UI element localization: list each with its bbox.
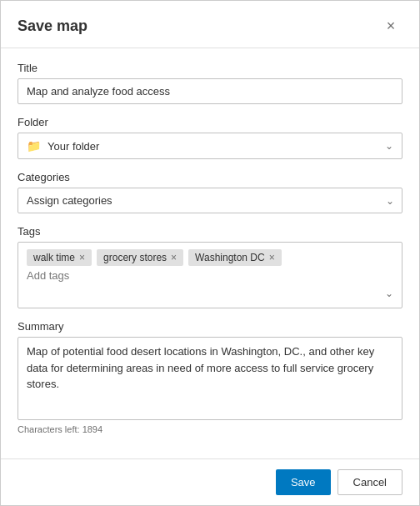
tag: Washington DC × xyxy=(188,249,282,266)
categories-field-group: Categories Assign categories ⌄ xyxy=(18,171,402,213)
cancel-button[interactable]: Cancel xyxy=(338,469,402,495)
folder-select[interactable]: 📁 Your folder ⌄ xyxy=(18,133,402,159)
tag-remove-button[interactable]: × xyxy=(171,253,177,263)
dialog-footer: Save Cancel xyxy=(1,458,419,505)
categories-label: Categories xyxy=(18,171,402,183)
close-button[interactable]: × xyxy=(379,14,402,38)
tags-label: Tags xyxy=(18,225,402,238)
chars-left-label: Characters left: 1894 xyxy=(18,424,402,434)
categories-select[interactable]: Assign categories xyxy=(18,188,402,213)
title-label: Title xyxy=(18,62,402,74)
tag-remove-button[interactable]: × xyxy=(79,253,85,263)
folder-field-group: Folder 📁 Your folder ⌄ xyxy=(18,116,402,159)
tags-row: walk time ×grocery stores ×Washington DC… xyxy=(27,249,393,266)
title-field-group: Title xyxy=(18,62,402,104)
tags-container[interactable]: walk time ×grocery stores ×Washington DC… xyxy=(18,242,402,308)
tag: walk time × xyxy=(27,249,92,266)
tags-chevron-icon: ⌄ xyxy=(385,288,393,299)
summary-label: Summary xyxy=(18,320,402,333)
folder-label: Folder xyxy=(18,116,402,128)
folder-chevron-icon: ⌄ xyxy=(385,140,393,152)
save-map-dialog: Save map × Title Folder 📁 Your folder ⌄ … xyxy=(0,0,420,506)
tag: grocery stores × xyxy=(97,249,183,266)
tag-remove-button[interactable]: × xyxy=(269,253,275,263)
add-tags-input[interactable] xyxy=(27,269,167,282)
folder-icon: 📁 xyxy=(27,139,41,153)
summary-textarea[interactable] xyxy=(18,337,402,420)
dialog-body: Title Folder 📁 Your folder ⌄ Categories … xyxy=(1,48,419,458)
categories-select-wrapper: Assign categories ⌄ xyxy=(18,188,402,213)
tags-field-group: Tags walk time ×grocery stores ×Washingt… xyxy=(18,225,402,308)
dialog-title: Save map xyxy=(18,18,88,35)
save-button[interactable]: Save xyxy=(276,469,331,495)
summary-field-group: Summary Characters left: 1894 xyxy=(18,320,402,434)
title-input[interactable] xyxy=(18,78,402,104)
dialog-header: Save map × xyxy=(1,1,419,48)
folder-value: Your folder xyxy=(48,140,378,153)
